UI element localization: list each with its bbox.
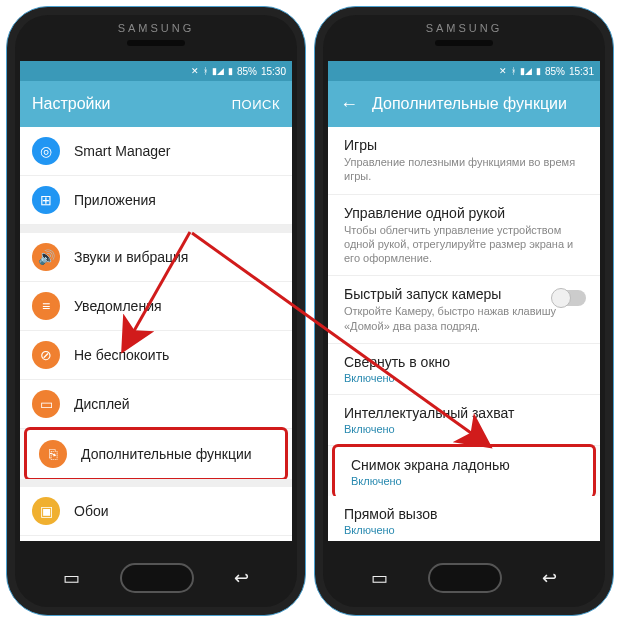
- feature-status: Включено: [344, 524, 584, 536]
- app-bar: ← Дополнительные функции: [328, 81, 600, 127]
- settings-item-label: Звуки и вибрация: [74, 249, 188, 265]
- signal-icon: ▮◢: [212, 66, 224, 76]
- battery-pct: 85%: [237, 66, 257, 77]
- brand-label: SAMSUNG: [426, 22, 503, 34]
- clock: 15:31: [569, 66, 594, 77]
- recents-button[interactable]: ▭: [63, 567, 80, 589]
- settings-item-label: Smart Manager: [74, 143, 170, 159]
- feature-description: Управление полезными функциями во время …: [344, 155, 584, 184]
- status-bar: ✕ ᚼ ▮◢ ▮ 85% 15:30: [20, 61, 292, 81]
- category-icon: ⊘: [32, 341, 60, 369]
- back-button[interactable]: ↩: [234, 567, 249, 589]
- settings-item-label: Дополнительные функции: [81, 446, 252, 462]
- page-title: Настройки: [32, 95, 232, 113]
- top-hardware: SAMSUNG: [315, 7, 613, 61]
- feature-description: Чтобы облегчить управление устройством о…: [344, 223, 584, 266]
- settings-item[interactable]: ◧Темы: [20, 536, 292, 541]
- category-icon: 🔊: [32, 243, 60, 271]
- settings-item[interactable]: 🔊Звуки и вибрация: [20, 233, 292, 282]
- settings-item[interactable]: ≡Уведомления: [20, 282, 292, 331]
- top-hardware: SAMSUNG: [7, 7, 305, 61]
- feature-item[interactable]: Снимок экрана ладоньюВключено: [332, 444, 596, 498]
- settings-item[interactable]: ◎Smart Manager: [20, 127, 292, 176]
- bluetooth-icon: ᚼ: [511, 66, 516, 76]
- phone-left: SAMSUNG ✕ ᚼ ▮◢ ▮ 85% 15:30 Настройки ПОИ…: [6, 6, 306, 616]
- feature-item[interactable]: ИгрыУправление полезными функциями во вр…: [328, 127, 600, 195]
- toggle-switch[interactable]: [552, 290, 586, 306]
- home-button[interactable]: [120, 563, 194, 593]
- home-button[interactable]: [428, 563, 502, 593]
- category-icon: ⎘: [39, 440, 67, 468]
- feature-status: Включено: [344, 423, 584, 435]
- page-title: Дополнительные функции: [372, 95, 588, 113]
- brand-label: SAMSUNG: [118, 22, 195, 34]
- feature-title: Снимок экрана ладонью: [351, 457, 577, 473]
- nav-buttons: ▭ ↩: [7, 541, 305, 615]
- screen-left: ✕ ᚼ ▮◢ ▮ 85% 15:30 Настройки ПОИСК ◎Smar…: [20, 61, 292, 541]
- settings-list[interactable]: ◎Smart Manager⊞Приложения🔊Звуки и вибрац…: [20, 127, 292, 541]
- feature-description: Откройте Камеру, быстро нажав клавишу «Д…: [344, 304, 584, 333]
- back-arrow-icon[interactable]: ←: [340, 94, 358, 115]
- category-icon: ▣: [32, 497, 60, 525]
- battery-pct: 85%: [545, 66, 565, 77]
- feature-title: Свернуть в окно: [344, 354, 584, 370]
- clock: 15:30: [261, 66, 286, 77]
- category-icon: ⊞: [32, 186, 60, 214]
- battery-icon: ▮: [536, 66, 541, 76]
- feature-title: Прямой вызов: [344, 506, 584, 522]
- nav-buttons: ▭ ↩: [315, 541, 613, 615]
- speaker-grille: [435, 40, 493, 46]
- settings-item[interactable]: ▭Дисплей: [20, 380, 292, 429]
- feature-title: Управление одной рукой: [344, 205, 584, 221]
- signal-icon: ▮◢: [520, 66, 532, 76]
- feature-list[interactable]: ИгрыУправление полезными функциями во вр…: [328, 127, 600, 541]
- recents-button[interactable]: ▭: [371, 567, 388, 589]
- search-action[interactable]: ПОИСК: [232, 97, 280, 112]
- phone-right: SAMSUNG ✕ ᚼ ▮◢ ▮ 85% 15:31 ← Дополнитель…: [314, 6, 614, 616]
- feature-title: Быстрый запуск камеры: [344, 286, 584, 302]
- feature-item[interactable]: Прямой вызовВключено: [328, 496, 600, 541]
- category-icon: ◎: [32, 137, 60, 165]
- screen-right: ✕ ᚼ ▮◢ ▮ 85% 15:31 ← Дополнительные функ…: [328, 61, 600, 541]
- feature-item[interactable]: Свернуть в окноВключено: [328, 344, 600, 395]
- feature-item[interactable]: Интеллектуальный захватВключено: [328, 395, 600, 446]
- battery-icon: ▮: [228, 66, 233, 76]
- settings-item[interactable]: ▣Обои: [20, 487, 292, 536]
- settings-item-label: Не беспокоить: [74, 347, 169, 363]
- settings-item-label: Обои: [74, 503, 109, 519]
- vibrate-icon: ✕: [191, 66, 199, 76]
- vibrate-icon: ✕: [499, 66, 507, 76]
- category-icon: ▭: [32, 390, 60, 418]
- app-bar: Настройки ПОИСК: [20, 81, 292, 127]
- feature-status: Включено: [351, 475, 577, 487]
- feature-title: Интеллектуальный захват: [344, 405, 584, 421]
- category-icon: ≡: [32, 292, 60, 320]
- feature-status: Включено: [344, 372, 584, 384]
- settings-item[interactable]: ⊘Не беспокоить: [20, 331, 292, 380]
- speaker-grille: [127, 40, 185, 46]
- feature-item[interactable]: Быстрый запуск камерыОткройте Камеру, бы…: [328, 276, 600, 344]
- back-button[interactable]: ↩: [542, 567, 557, 589]
- settings-item-label: Уведомления: [74, 298, 162, 314]
- settings-item-label: Приложения: [74, 192, 156, 208]
- settings-item[interactable]: ⎘Дополнительные функции: [24, 427, 288, 481]
- status-bar: ✕ ᚼ ▮◢ ▮ 85% 15:31: [328, 61, 600, 81]
- feature-title: Игры: [344, 137, 584, 153]
- settings-item[interactable]: ⊞Приложения: [20, 176, 292, 225]
- bluetooth-icon: ᚼ: [203, 66, 208, 76]
- settings-item-label: Дисплей: [74, 396, 130, 412]
- feature-item[interactable]: Управление одной рукойЧтобы облегчить уп…: [328, 195, 600, 277]
